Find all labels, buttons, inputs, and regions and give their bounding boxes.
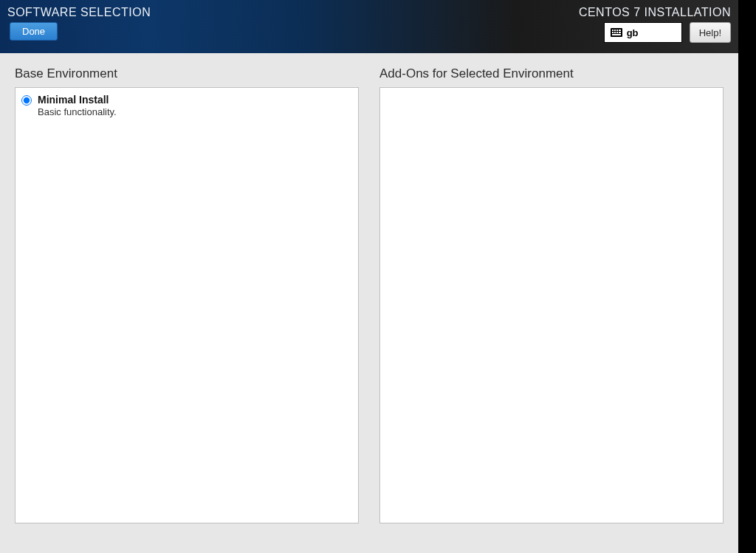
- base-environment-panel: Base Environment Minimal Install Basic f…: [15, 66, 359, 523]
- environment-name: Minimal Install: [38, 94, 117, 106]
- content-area: Base Environment Minimal Install Basic f…: [0, 53, 738, 553]
- keyboard-layout-label: gb: [627, 27, 639, 38]
- help-button[interactable]: Help!: [690, 22, 731, 43]
- svg-rect-1: [612, 30, 614, 31]
- svg-rect-9: [612, 34, 621, 35]
- base-environment-heading: Base Environment: [15, 66, 359, 81]
- svg-rect-5: [612, 32, 614, 33]
- addons-panel: Add-Ons for Selected Environment: [379, 66, 724, 523]
- base-environment-list[interactable]: Minimal Install Basic functionality.: [15, 87, 359, 523]
- svg-rect-6: [614, 32, 616, 33]
- environment-radio-wrap[interactable]: [21, 95, 32, 109]
- svg-rect-2: [614, 30, 616, 31]
- svg-rect-8: [619, 32, 621, 33]
- addons-heading: Add-Ons for Selected Environment: [379, 66, 724, 81]
- environment-radio[interactable]: [21, 95, 32, 106]
- header-right-row: gb Help!: [604, 22, 731, 43]
- header-left: SOFTWARE SELECTION Done: [7, 6, 151, 41]
- environment-description: Basic functionality.: [38, 106, 117, 117]
- page-title: SOFTWARE SELECTION: [7, 6, 151, 19]
- svg-rect-3: [616, 30, 618, 31]
- page-root: SOFTWARE SELECTION Done CENTOS 7 INSTALL…: [0, 0, 738, 553]
- environment-text: Minimal Install Basic functionality.: [38, 94, 117, 117]
- header-bar: SOFTWARE SELECTION Done CENTOS 7 INSTALL…: [0, 0, 738, 53]
- done-button[interactable]: Done: [10, 22, 58, 41]
- addons-list[interactable]: [379, 87, 724, 523]
- keyboard-layout-selector[interactable]: gb: [604, 22, 682, 43]
- installer-title: CENTOS 7 INSTALLATION: [579, 6, 731, 19]
- svg-rect-4: [619, 30, 621, 31]
- keyboard-icon: [611, 28, 622, 37]
- environment-item[interactable]: Minimal Install Basic functionality.: [16, 88, 358, 122]
- svg-rect-7: [616, 32, 618, 33]
- header-right: CENTOS 7 INSTALLATION: [579, 6, 731, 43]
